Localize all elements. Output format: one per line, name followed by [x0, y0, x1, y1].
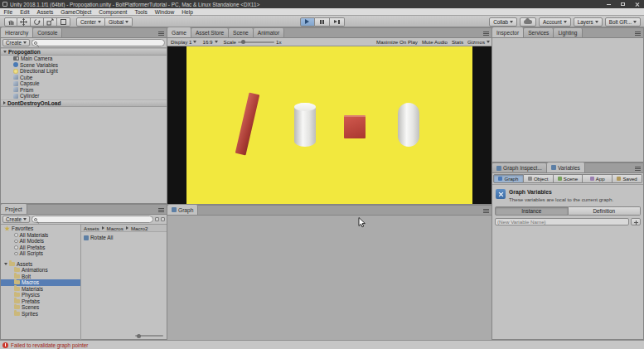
project-search-input[interactable] [38, 216, 151, 222]
tab-console[interactable]: Console [33, 28, 62, 37]
panel-menu-button[interactable] [635, 168, 641, 169]
handle-mode-button[interactable]: Center [76, 17, 105, 27]
scope-graph[interactable]: Graph [493, 174, 524, 183]
panel-menu-button[interactable] [483, 33, 489, 34]
panel-menu-button[interactable] [483, 211, 489, 211]
rect-tool-button[interactable] [57, 17, 70, 27]
search-by-type-icon[interactable] [155, 217, 159, 221]
close-button[interactable] [630, 0, 644, 8]
account-button[interactable]: Account [539, 17, 571, 27]
slider-thumb[interactable] [241, 40, 245, 44]
step-button[interactable] [330, 17, 345, 27]
thumbnail-zoom-slider[interactable] [135, 335, 163, 337]
hierarchy-item-prism[interactable]: Prism [1, 87, 167, 94]
folder-materials[interactable]: Materials [1, 286, 80, 293]
definition-mode-button[interactable]: Definition [569, 206, 642, 216]
search-by-label-icon[interactable] [161, 217, 165, 221]
hierarchy-item-cube[interactable]: Cube [1, 75, 167, 81]
menu-window[interactable]: Window [151, 8, 177, 15]
favorite-all-materials[interactable]: All Materials [1, 232, 80, 239]
layout-button[interactable]: Bolt GR... [605, 17, 641, 27]
favorite-all-prefabs[interactable]: All Prefabs [1, 245, 80, 251]
status-message[interactable]: Failed to revalidate graph pointer [11, 342, 88, 348]
hand-tool-button[interactable] [4, 17, 17, 27]
dontdestroyonload-header[interactable]: DontDestroyOnLoad [1, 99, 167, 107]
hierarchy-item-cylinder[interactable]: Cylinder [1, 93, 167, 99]
folder-animations[interactable]: Animations [1, 267, 80, 274]
folder-physics[interactable]: Physics [1, 292, 80, 298]
favorite-all-models[interactable]: All Models [1, 238, 80, 245]
mute-audio-toggle[interactable]: Mute Audio [422, 39, 448, 45]
menu-edit[interactable]: Edit [17, 8, 33, 15]
scope-scene[interactable]: Scene [554, 174, 583, 183]
menu-tools[interactable]: Tools [131, 8, 151, 15]
tab-animator[interactable]: Animator [254, 28, 284, 37]
cloud-button[interactable] [520, 17, 536, 27]
menu-component[interactable]: Component [95, 8, 131, 15]
folder-scenes[interactable]: Scenes [1, 304, 80, 311]
add-variable-button[interactable] [631, 218, 641, 225]
favorite-all-scripts[interactable]: All Scripts [1, 250, 80, 257]
favorites-header[interactable]: Favorites [1, 225, 80, 232]
scope-saved[interactable]: Saved [613, 174, 642, 183]
scale-tool-button[interactable] [44, 17, 57, 27]
breadcrumb-macro2[interactable]: Macro2 [131, 225, 148, 231]
folder-macros[interactable]: Macros [1, 279, 80, 286]
maximize-on-play-toggle[interactable]: Maximize On Play [376, 39, 418, 45]
hierarchy-item-directional-light[interactable]: Directional Light [1, 68, 167, 75]
tab-scene[interactable]: Scene [229, 28, 254, 37]
scope-app[interactable]: App [583, 174, 613, 183]
breadcrumb-assets[interactable]: Assets [84, 225, 99, 231]
instance-mode-button[interactable]: Instance [495, 206, 569, 216]
menu-help[interactable]: Help [178, 8, 197, 15]
create-button[interactable]: Create [2, 216, 30, 223]
collab-button[interactable]: Collab [489, 17, 517, 27]
layers-button[interactable]: Layers [574, 17, 603, 27]
assets-root[interactable]: Assets [1, 261, 80, 268]
space-mode-button[interactable]: Global [105, 17, 133, 27]
minimize-button[interactable] [602, 0, 616, 8]
slider-thumb[interactable] [137, 334, 141, 338]
tab-graph[interactable]: Graph [167, 205, 198, 215]
hierarchy-item-capsule[interactable]: Capsule [1, 80, 167, 87]
play-button[interactable] [300, 17, 315, 27]
menu-gameobject[interactable]: GameObject [57, 8, 95, 15]
tab-asset-store[interactable]: Asset Store [191, 28, 229, 37]
pause-button[interactable] [315, 17, 330, 27]
create-button[interactable]: Create [2, 39, 30, 46]
menu-assets[interactable]: Assets [33, 8, 57, 15]
panel-menu-button[interactable] [635, 33, 641, 34]
maximize-button[interactable] [616, 0, 630, 8]
breadcrumb-macros[interactable]: Macros [107, 225, 123, 231]
stats-toggle[interactable]: Stats [452, 39, 463, 45]
folder-prefabs[interactable]: Prefabs [1, 298, 80, 305]
asset-rotate-all[interactable]: Rotate All [81, 232, 167, 240]
scene-header[interactable]: Propogation [1, 48, 167, 56]
tab-game[interactable]: Game [167, 27, 191, 37]
game-viewport[interactable] [186, 46, 472, 204]
tab-project[interactable]: Project [1, 204, 27, 214]
scope-object[interactable]: Object [524, 174, 554, 183]
tab-graph-inspector[interactable]: Graph Inspect... [492, 163, 547, 172]
display-dropdown[interactable]: Display 1 [169, 38, 198, 46]
folder-sprites[interactable]: Sprites [1, 311, 80, 317]
tab-inspector[interactable]: Inspector [492, 27, 524, 37]
gizmos-dropdown[interactable]: Gizmos [467, 38, 490, 46]
graph-canvas[interactable] [167, 216, 491, 340]
scale-slider[interactable] [238, 41, 274, 43]
folder-bolt[interactable]: Bolt [1, 274, 80, 280]
hierarchy-search-input[interactable] [38, 40, 162, 46]
move-tool-button[interactable] [17, 17, 31, 27]
menu-file[interactable]: File [0, 8, 17, 15]
tab-services[interactable]: Services [524, 28, 554, 37]
tab-variables[interactable]: Variables [547, 162, 585, 172]
hierarchy-item-scene-variables[interactable]: Scene Variables [1, 62, 167, 69]
new-variable-input[interactable] [495, 218, 629, 225]
tab-lighting[interactable]: Lighting [554, 28, 582, 37]
hierarchy-item-main-camera[interactable]: Main Camera [1, 56, 167, 62]
tab-hierarchy[interactable]: Hierarchy [1, 27, 33, 37]
aspect-dropdown[interactable]: 16:9 [201, 38, 219, 46]
rotate-tool-button[interactable] [31, 17, 44, 27]
panel-menu-button[interactable] [158, 210, 164, 211]
panel-menu-button[interactable] [158, 33, 164, 34]
